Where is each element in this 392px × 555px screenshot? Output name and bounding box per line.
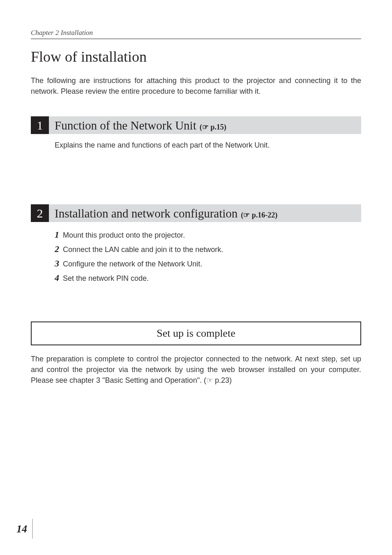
section-1-title-text: Function of the Network Unit — [55, 119, 196, 132]
step-text: Connect the LAN cable and join it to the… — [61, 245, 223, 254]
section-2-number: 2 — [31, 204, 49, 222]
step-number: 4 — [55, 273, 59, 283]
section-1-body: Explains the name and functions of each … — [31, 140, 361, 151]
step-item: 2 Connect the LAN cable and join it to t… — [55, 242, 361, 256]
step-text: Mount this product onto the projector. — [61, 231, 185, 239]
section-2-title: Installation and network configuration (… — [49, 204, 283, 222]
step-number: 3 — [55, 258, 59, 268]
step-text: Configure the network of the Network Uni… — [61, 260, 202, 268]
section-1-header: 1 Function of the Network Unit (☞ p.15) — [31, 116, 361, 134]
step-number: 2 — [55, 244, 59, 254]
step-text: Set the network PIN code. — [61, 274, 149, 282]
section-1-title: Function of the Network Unit (☞ p.15) — [49, 116, 232, 134]
running-header: Chapter 2 Installation — [31, 29, 361, 39]
section-2-body: 1 Mount this product onto the projector.… — [31, 228, 361, 284]
page-title: Flow of installation — [31, 48, 361, 65]
step-number: 1 — [55, 229, 59, 240]
section-2-pageref: (☞ p.16-22) — [241, 210, 277, 220]
section-1-pageref: (☞ p.15) — [200, 123, 226, 132]
setup-complete-box: Set up is complete — [31, 321, 361, 345]
step-item: 3 Configure the network of the Network U… — [55, 257, 361, 270]
section-1-number: 1 — [31, 116, 49, 134]
closing-paragraph: The preparation is complete to control t… — [31, 354, 361, 386]
step-list: 1 Mount this product onto the projector.… — [55, 228, 361, 284]
page-number-rule — [32, 519, 33, 539]
step-item: 1 Mount this product onto the projector. — [55, 228, 361, 241]
section-2-title-text: Installation and network configuration — [55, 207, 238, 220]
page-number: 14 — [16, 523, 27, 535]
intro-paragraph: The following are instructions for attac… — [31, 75, 361, 97]
section-2-header: 2 Installation and network configuration… — [31, 204, 361, 222]
step-item: 4 Set the network PIN code. — [55, 271, 361, 284]
